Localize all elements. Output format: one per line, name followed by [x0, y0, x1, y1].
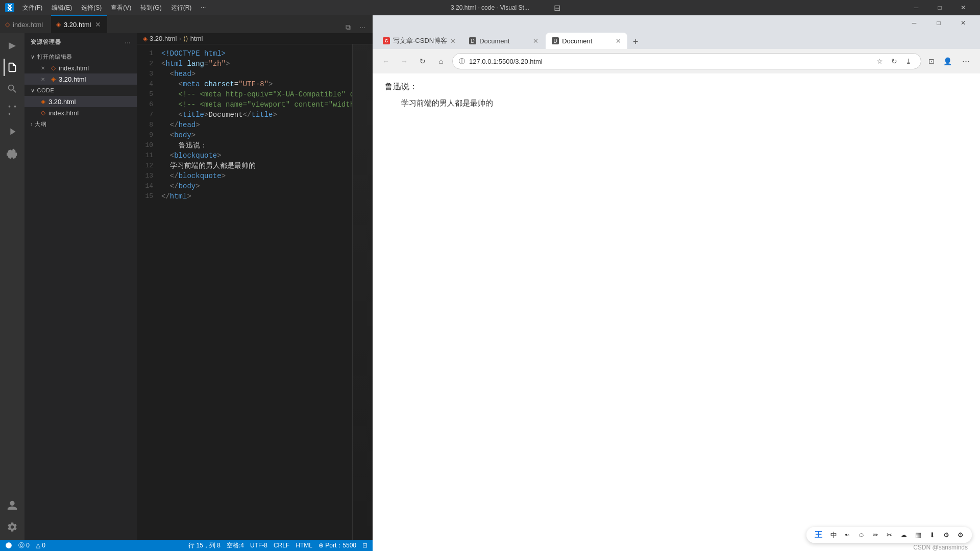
open-file-320-html[interactable]: ✕ ◈ 3.20.html [24, 73, 137, 85]
tab-320-html[interactable]: ◈ 3.20.html ✕ [51, 15, 107, 33]
code-token: title [251, 110, 273, 120]
split-editor-icon[interactable]: ⧉ [342, 21, 354, 33]
status-spaces[interactable]: 空格:4 [227, 541, 244, 550]
code-token: = [204, 59, 208, 69]
maximize-button[interactable]: □ [928, 0, 951, 15]
open-editors-text: 打开的编辑器 [37, 53, 72, 61]
title-bar-left: 文件(F) 编辑(E) 选择(S) 查看(V) 转到(G) 运行(R) ··· [5, 2, 210, 14]
tab-index-html[interactable]: ◇ index.html [0, 15, 51, 33]
browser-tab-label: Document [562, 37, 592, 45]
profile-icon[interactable]: 👤 [942, 55, 954, 67]
menu-edit[interactable]: 编辑(E) [47, 2, 76, 14]
forward-button[interactable]: → [397, 54, 411, 68]
activity-settings-icon[interactable] [4, 518, 21, 536]
code-token: </ [170, 120, 179, 130]
menu-select[interactable]: 选择(S) [77, 2, 106, 14]
download-icon[interactable]: ⤓ [902, 55, 915, 67]
browser-tab-csdn[interactable]: C 写文章-CSDN博客 ✕ [377, 33, 462, 49]
status-encoding[interactable]: UTF-8 [250, 542, 267, 549]
menu-more[interactable]: ··· [197, 2, 210, 14]
status-warnings[interactable]: △ 0 [36, 542, 45, 549]
ime-logo[interactable]: 王 [813, 529, 824, 541]
code-token: title [183, 110, 204, 120]
browser-maximize-button[interactable]: □ [927, 15, 950, 31]
line-num-7: 7 [137, 110, 153, 120]
ime-chinese[interactable]: 中 [828, 530, 839, 541]
reload-button[interactable]: ↻ [415, 54, 430, 68]
status-live-icon[interactable]: ⊡ [362, 542, 368, 549]
star-icon[interactable]: ☆ [874, 55, 886, 67]
sidebar-file-320-html[interactable]: ◈ 3.20.html [24, 96, 137, 107]
activity-extensions-icon[interactable] [4, 144, 21, 162]
status-line-ending[interactable]: CRLF [274, 542, 289, 549]
menu-file[interactable]: 文件(F) [18, 2, 46, 14]
activity-account-icon[interactable] [4, 497, 21, 514]
ime-cut[interactable]: ✂ [885, 530, 894, 540]
browser-tab-document2[interactable]: D Document ✕ [546, 33, 627, 49]
back-button[interactable]: ← [379, 54, 393, 68]
tab-close-icon[interactable]: ✕ [533, 37, 538, 45]
activity-bar [0, 33, 24, 540]
code-token [161, 110, 179, 120]
status-errors[interactable]: ⓪ 0 [18, 541, 30, 550]
code-token: < [179, 79, 183, 89]
outline-section-label[interactable]: › 大纲 [24, 118, 137, 130]
minimize-button[interactable]: ─ [904, 0, 928, 15]
open-editors-label[interactable]: ∨ 打开的编辑器 [24, 51, 137, 62]
sidebar-header: 资源管理器 ··· [24, 33, 137, 51]
code-section-label[interactable]: ∨ CODE [24, 85, 137, 96]
close-icon[interactable]: ✕ [41, 77, 48, 82]
ime-cloud[interactable]: ☁ [898, 530, 909, 540]
status-language[interactable]: HTML [296, 542, 312, 549]
browser-menu-button[interactable]: ··· [958, 54, 974, 69]
code-token: body [174, 130, 191, 140]
status-git-icon[interactable] [5, 542, 12, 549]
close-button[interactable]: ✕ [951, 0, 975, 15]
address-bar[interactable]: ⓘ 127.0.0.1:5500/3.20.html ☆ ↻ ⤓ [452, 53, 921, 69]
ime-pen[interactable]: ✏ [871, 530, 880, 540]
extensions-icon[interactable]: ⊡ [925, 55, 938, 67]
status-port[interactable]: ⊕ Port：5500 [318, 541, 356, 550]
menu-run[interactable]: 运行(R) [167, 2, 196, 14]
ime-grid[interactable]: ▦ [913, 530, 923, 540]
code-token: lang [183, 59, 204, 69]
html-file-icon: ◇ [5, 21, 10, 28]
ime-gear[interactable]: ⚙ [941, 530, 951, 540]
browser-close-button[interactable]: ✕ [951, 15, 975, 31]
activity-git-icon[interactable] [4, 102, 21, 119]
menu-view[interactable]: 查看(V) [107, 2, 135, 14]
code-line-14: </body> [161, 181, 352, 191]
tab-close-icon[interactable]: ✕ [450, 37, 456, 45]
refresh-icon[interactable]: ↻ [888, 55, 900, 67]
activity-explorer-icon[interactable] [4, 59, 21, 76]
open-file-index-html[interactable]: ✕ ◇ index.html [24, 62, 137, 73]
home-button[interactable]: ⌂ [434, 54, 448, 68]
breadcrumb-file[interactable]: 3.20.html [150, 35, 177, 42]
layout-icon[interactable]: ⊟ [554, 3, 560, 13]
activity-run-icon[interactable] [4, 123, 21, 140]
line-num-8: 8 [137, 120, 153, 130]
status-line-col[interactable]: 行 15，列 8 [188, 541, 220, 550]
sidebar-file-index-html[interactable]: ◇ index.html [24, 107, 137, 118]
menu-goto[interactable]: 转到(G) [136, 2, 165, 14]
menu-bar: 文件(F) 编辑(E) 选择(S) 查看(V) 转到(G) 运行(R) ··· [18, 2, 210, 14]
activity-search-icon[interactable] [4, 80, 21, 97]
browser-minimize-button[interactable]: ─ [902, 15, 926, 31]
breadcrumb-tag[interactable]: html [190, 35, 203, 42]
more-actions-icon[interactable]: ··· [356, 21, 369, 33]
browser-tab-document1[interactable]: D Document ✕ [463, 33, 545, 49]
tab-close-icon[interactable]: ✕ [616, 37, 621, 45]
new-tab-button[interactable]: + [628, 35, 643, 49]
ime-down[interactable]: ⬇ [927, 530, 937, 540]
file-name: 3.20.html [59, 76, 86, 83]
browser-tabs: C 写文章-CSDN博客 ✕ D Document ✕ D Document ✕… [373, 31, 980, 49]
tab-close-icon[interactable]: ✕ [94, 20, 102, 29]
code-lines[interactable]: <!DOCTYPE html> <html lang="zh"> <head> … [157, 44, 352, 540]
close-icon[interactable]: ✕ [41, 65, 48, 71]
ime-punctuation[interactable]: •◦ [843, 530, 852, 540]
sidebar-action-icon[interactable]: ··· [125, 38, 131, 46]
line-num-5: 5 [137, 89, 153, 99]
ime-settings[interactable]: ⚙ [955, 530, 966, 540]
minimap [352, 44, 373, 540]
ime-emoji[interactable]: ☺ [856, 530, 867, 540]
